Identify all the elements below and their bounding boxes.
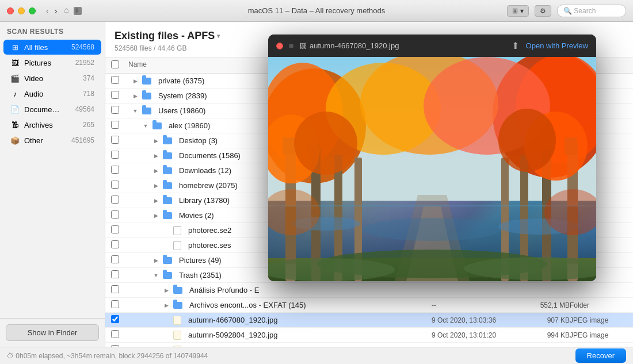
folder-icon [163, 272, 172, 279]
sidebar-footer: Show in Finder [0, 318, 105, 347]
table-row[interactable]: autumn-5092804_1920.jpg9 Oct 2020, 13:01… [105, 328, 633, 343]
row-checkbox-pictures[interactable] [111, 255, 119, 263]
sidebar-item-archives[interactable]: 🗜Archives265 [3, 117, 101, 132]
svg-point-24 [294, 112, 357, 175]
row-size: 994 KB [524, 331, 570, 339]
row-checkbox-homebrew[interactable] [111, 181, 119, 189]
sidebar-count-all-files: 524568 [71, 43, 94, 51]
sidebar-item-all-files[interactable]: ⊞All files524568 [3, 40, 101, 55]
sidebar-label-all-files: All files [24, 43, 67, 52]
row-checkbox-cell [111, 136, 128, 145]
row-name-text: Archivos encont...os - EXFAT (145) [189, 301, 306, 309]
row-checkbox-downloads[interactable] [111, 166, 119, 174]
table-row[interactable]: ▶Archivos encont...os - EXFAT (145)--552… [105, 298, 633, 313]
sidebar-item-audio[interactable]: ♪Audio718 [3, 86, 101, 101]
table-row[interactable]: bee.jpg12 Oct 2020, 16:04:01377 KBJPEG i… [105, 343, 633, 347]
row-name-text: Downloads (12) [179, 166, 231, 175]
row-name-text: Desktop (3) [179, 136, 218, 145]
expand-arrow-private[interactable]: ▶ [132, 78, 139, 84]
maximize-button[interactable] [29, 7, 36, 14]
row-date: 9 Oct 2020, 13:01:20 [432, 331, 524, 339]
row-name-text: bee.jpg [188, 346, 213, 347]
open-with-preview-button[interactable]: Open with Preview [526, 41, 588, 50]
expand-arrow-pictures[interactable]: ▶ [152, 258, 159, 263]
expand-arrow-homebrew[interactable]: ▶ [152, 183, 159, 189]
folder-icon [152, 122, 162, 129]
row-checkbox-photorec-ses[interactable] [111, 240, 119, 248]
minimize-button[interactable] [18, 7, 25, 14]
col-header-checkbox [111, 60, 128, 70]
row-checkbox-library[interactable] [111, 196, 119, 204]
row-checkbox-autumn2[interactable] [111, 330, 119, 338]
expand-arrow-system[interactable]: ▶ [132, 93, 139, 99]
expand-arrow-users[interactable]: ▼ [132, 108, 139, 114]
sidebar-count-documents: 49564 [75, 105, 94, 113]
row-checkbox-cell [111, 270, 128, 280]
row-checkbox-archivos[interactable] [111, 300, 119, 308]
row-checkbox-desktop[interactable] [111, 136, 119, 144]
row-checkbox-cell [111, 255, 128, 265]
expand-arrow-desktop[interactable]: ▶ [152, 138, 159, 144]
filter-button[interactable]: ⚙ [535, 5, 551, 17]
preview-overlay: 🖼 autumn-4667080_1920.jpg ⬆ Open with Pr… [268, 35, 596, 281]
row-checkbox-trash[interactable] [111, 270, 119, 278]
row-checkbox-system[interactable] [111, 91, 119, 99]
view-options-button[interactable]: ⊞ ▾ [507, 5, 529, 17]
expand-arrow-movies[interactable]: ▶ [152, 213, 159, 219]
nav-forward-button[interactable]: › [52, 5, 60, 17]
row-type: Folder [570, 301, 627, 309]
row-checkbox-movies[interactable] [111, 210, 119, 219]
sidebar-icon-archives: 🗜 [10, 120, 20, 129]
svg-point-26 [498, 109, 556, 172]
select-all-checkbox[interactable] [111, 60, 119, 68]
show-in-finder-button[interactable]: Show in Finder [6, 324, 99, 341]
row-checkbox-documents[interactable] [111, 151, 119, 159]
row-checkbox-autumn1[interactable] [111, 315, 119, 323]
sidebar-item-video[interactable]: 🎬Video374 [3, 71, 101, 86]
expand-arrow-alex[interactable]: ▼ [142, 123, 149, 129]
preview-actions: ⬆ Open with Preview [512, 40, 588, 51]
image-thumbnail-icon: 🖼 [299, 42, 306, 50]
row-checkbox-photorec-se2[interactable] [111, 225, 119, 233]
expand-arrow-analisis[interactable]: ▶ [163, 288, 170, 293]
image-file-icon [173, 331, 181, 340]
row-checkbox-cell [111, 285, 128, 295]
row-name-text: Documents (1586) [179, 151, 241, 160]
expand-arrow-library[interactable]: ▶ [152, 198, 159, 204]
row-name-text: alex (19860) [169, 121, 210, 130]
row-date: 9 Oct 2020, 13:03:36 [432, 316, 524, 324]
preview-image-svg [268, 57, 596, 281]
sidebar-item-documents[interactable]: 📄Docume…49564 [3, 102, 101, 117]
recover-button[interactable]: Recover [575, 348, 626, 363]
folder-icon [142, 78, 151, 85]
search-input[interactable]: 🔍 Search [557, 5, 626, 17]
row-checkbox-private[interactable] [111, 76, 119, 84]
row-checkbox-cell [111, 76, 128, 86]
row-name-text: photorec.ses [188, 241, 231, 250]
row-checkbox-cell [111, 121, 128, 131]
table-row[interactable]: autumn-4667080_1920.jpg9 Oct 2020, 13:03… [105, 313, 633, 328]
row-name-text: photorec.se2 [188, 226, 231, 235]
folder-icon [173, 302, 182, 309]
sidebar-label-audio: Audio [24, 90, 78, 98]
table-row[interactable]: ▶Análisis Profundo - E [105, 283, 633, 298]
image-file-icon [173, 316, 181, 325]
share-icon[interactable]: ⬆ [512, 40, 519, 51]
close-button[interactable] [7, 7, 14, 14]
expand-arrow-documents[interactable]: ▶ [152, 153, 159, 159]
preview-close-button[interactable] [276, 43, 283, 49]
row-checkbox-bee[interactable] [111, 345, 119, 347]
row-checkbox-analisis[interactable] [111, 285, 119, 293]
row-checkbox-users[interactable] [111, 106, 119, 114]
title-dropdown-arrow[interactable]: ▾ [217, 33, 220, 39]
nav-back-button[interactable]: ‹ [44, 5, 51, 17]
sidebar-count-pictures: 21952 [75, 59, 94, 67]
expand-arrow-archivos[interactable]: ▶ [163, 302, 170, 308]
row-name-cell: autumn-4667080_1920.jpg [128, 316, 432, 325]
row-checkbox-alex[interactable] [111, 121, 119, 129]
sidebar-item-other[interactable]: 📦Other451695 [3, 133, 101, 148]
expand-arrow-downloads[interactable]: ▶ [152, 168, 159, 174]
folder-icon [163, 257, 172, 264]
expand-arrow-trash[interactable]: ▼ [152, 273, 159, 278]
sidebar-item-pictures[interactable]: 🖼Pictures21952 [3, 55, 101, 70]
